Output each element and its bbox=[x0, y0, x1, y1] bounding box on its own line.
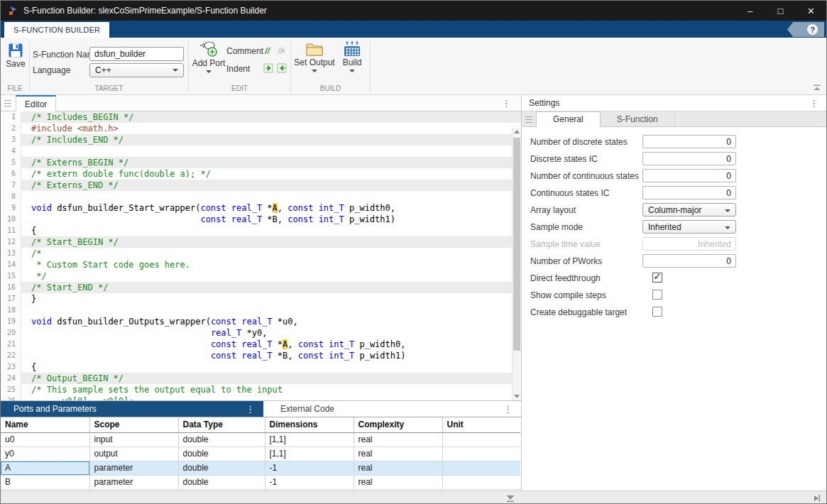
table-row[interactable]: u0inputdouble[1,1]real bbox=[1, 432, 520, 447]
table-cell[interactable]: A bbox=[1, 461, 89, 475]
code-line-text[interactable]: /* Externs_END */ bbox=[21, 180, 521, 191]
table-cell[interactable]: output bbox=[89, 447, 178, 461]
code-line-text[interactable]: void dsfun_builder_Start_wrapper(const r… bbox=[21, 202, 521, 214]
collapse-ribbon-icon[interactable] bbox=[813, 84, 821, 91]
sample-mode-select[interactable]: Inherited bbox=[642, 220, 736, 234]
close-button[interactable]: ✕ bbox=[796, 1, 826, 21]
table-row[interactable]: Aparameterdouble-1real bbox=[1, 461, 520, 475]
code-line-text[interactable]: /* Output_BEGIN */ bbox=[21, 373, 521, 384]
table-cell[interactable]: real bbox=[354, 461, 442, 475]
add-port-button[interactable]: Add Port bbox=[191, 40, 226, 73]
language-select[interactable]: C++ bbox=[89, 63, 184, 77]
code-line-text[interactable] bbox=[21, 191, 521, 202]
tab-editor[interactable]: Editor bbox=[16, 95, 56, 111]
tab-s-function-builder[interactable]: S-FUNCTION BUILDER bbox=[4, 22, 109, 38]
table-cell[interactable]: parameter bbox=[89, 461, 178, 475]
tab-ports-and-parameters[interactable]: Ports and Parameters ⋮ bbox=[1, 401, 263, 417]
comment-icon[interactable]: // bbox=[265, 45, 270, 56]
array-layout-select[interactable]: Column-major bbox=[642, 203, 736, 217]
code-line-text[interactable] bbox=[21, 146, 521, 157]
table-row[interactable]: y0outputdouble[1,1]real bbox=[1, 447, 520, 461]
editor-scrollbar[interactable] bbox=[512, 128, 521, 400]
code-line-text[interactable]: const real_T *A, const int_T p_width0, bbox=[21, 339, 521, 350]
table-cell[interactable]: parameter bbox=[89, 475, 178, 489]
table-cell[interactable]: u0 bbox=[1, 432, 89, 447]
table-cell[interactable] bbox=[442, 447, 520, 461]
table-cell[interactable]: double bbox=[178, 432, 265, 447]
table-cell[interactable]: -1 bbox=[265, 475, 354, 489]
code-line-text[interactable]: #include <math.h> bbox=[21, 123, 521, 134]
direct-feedthrough-checkbox[interactable]: ✓ bbox=[652, 273, 662, 283]
table-cell[interactable] bbox=[442, 432, 520, 447]
table-cell[interactable]: [1,1] bbox=[265, 447, 354, 461]
table-cell[interactable]: double bbox=[178, 447, 265, 461]
table-cell[interactable]: real bbox=[354, 432, 442, 447]
collapse-panel-icon[interactable] bbox=[505, 495, 515, 503]
code-line-text[interactable]: /* This sample sets the output equal to … bbox=[21, 384, 521, 395]
table-cell[interactable]: real bbox=[354, 447, 442, 461]
scroll-down-icon[interactable] bbox=[513, 395, 521, 398]
code-line-text[interactable]: } bbox=[21, 293, 521, 305]
column-header-data-type[interactable]: Data Type bbox=[178, 417, 265, 432]
code-line-text[interactable]: /* Includes_BEGIN */ bbox=[21, 111, 521, 123]
ports-menu-kebab-icon[interactable]: ⋮ bbox=[246, 405, 255, 414]
scrollbar-thumb[interactable] bbox=[513, 138, 520, 351]
continuous-states-ic-input[interactable]: 0 bbox=[642, 186, 736, 199]
column-header-unit[interactable]: Unit bbox=[442, 417, 520, 432]
number-of-continuous-states-input[interactable]: 0 bbox=[642, 169, 736, 182]
show-compile-steps-checkbox[interactable] bbox=[652, 290, 662, 300]
table-cell[interactable] bbox=[442, 461, 520, 475]
code-line-text[interactable]: { bbox=[21, 361, 521, 373]
code-line-text[interactable]: /* Start_BEGIN */ bbox=[21, 236, 521, 248]
tab-external-code[interactable]: External Code ⋮ bbox=[263, 401, 521, 417]
code-line-text[interactable]: /* extern double func(double a); */ bbox=[21, 168, 521, 180]
tab-s-function[interactable]: S-Function bbox=[601, 111, 675, 126]
code-editor[interactable]: 1/* Includes_BEGIN */2#include <math.h>3… bbox=[1, 111, 521, 400]
number-of-pworks-input[interactable]: 0 bbox=[642, 254, 736, 268]
table-cell[interactable]: -1 bbox=[265, 461, 354, 475]
code-line-text[interactable]: */ bbox=[21, 270, 521, 282]
column-header-dimensions[interactable]: Dimensions bbox=[265, 417, 354, 432]
code-line-text[interactable]: /* Externs_BEGIN */ bbox=[21, 157, 521, 168]
build-button[interactable]: Build bbox=[338, 40, 366, 72]
set-output-button[interactable]: Set Output bbox=[294, 40, 335, 72]
settings-menu-kebab-icon[interactable]: ⋮ bbox=[809, 99, 818, 108]
column-header-scope[interactable]: Scope bbox=[89, 417, 178, 432]
code-line-text[interactable]: * Custom Start code goes here. bbox=[21, 259, 521, 270]
sfunction-name-input[interactable]: dsfun_builder bbox=[89, 47, 184, 61]
minimize-button[interactable]: – bbox=[735, 1, 765, 21]
panel-grip[interactable] bbox=[4, 100, 11, 106]
table-cell[interactable]: B bbox=[1, 475, 89, 489]
code-line-text[interactable]: const real_T *B, const int_T p_width1) bbox=[21, 214, 521, 225]
table-cell[interactable]: double bbox=[178, 475, 265, 489]
discrete-states-ic-input[interactable]: 0 bbox=[642, 152, 736, 165]
code-line-text[interactable]: /* Start_END */ bbox=[21, 282, 521, 293]
maximize-button[interactable]: □ bbox=[765, 1, 796, 21]
table-cell[interactable]: real bbox=[354, 475, 442, 489]
create-debuggable-target-checkbox[interactable] bbox=[652, 307, 662, 317]
column-header-name[interactable]: Name bbox=[1, 417, 89, 432]
code-line-text[interactable]: y0[0] = u0[0]; bbox=[21, 395, 521, 400]
code-line-text[interactable]: /* bbox=[21, 248, 521, 259]
tab-general[interactable]: General bbox=[536, 111, 601, 127]
code-line-text[interactable]: const real_T *B, const int_T p_width1) bbox=[21, 350, 521, 361]
column-header-complexity[interactable]: Complexity bbox=[354, 417, 442, 432]
code-line-text[interactable]: void dsfun_builder_Outputs_wrapper(const… bbox=[21, 316, 521, 327]
number-of-discrete-states-input[interactable]: 0 bbox=[642, 135, 736, 148]
table-cell[interactable] bbox=[442, 475, 520, 489]
expand-panel-icon[interactable] bbox=[814, 494, 821, 503]
indent-right-icon[interactable] bbox=[263, 63, 274, 73]
code-line-text[interactable] bbox=[21, 305, 521, 316]
outdent-left-icon[interactable] bbox=[277, 63, 287, 73]
scroll-up-icon[interactable] bbox=[513, 130, 521, 133]
code-line-text[interactable]: { bbox=[21, 225, 521, 236]
save-button[interactable]: Save bbox=[4, 42, 28, 69]
editor-menu-kebab-icon[interactable]: ⋮ bbox=[502, 99, 511, 108]
external-code-menu-kebab-icon[interactable]: ⋮ bbox=[503, 405, 513, 414]
table-cell[interactable]: input bbox=[89, 432, 178, 447]
code-line-text[interactable]: real_T *y0, bbox=[21, 327, 521, 339]
table-row[interactable]: Bparameterdouble-1real bbox=[1, 475, 520, 489]
table-cell[interactable]: [1,1] bbox=[265, 432, 354, 447]
help-button[interactable]: ? bbox=[787, 22, 824, 37]
panel-grip[interactable] bbox=[525, 116, 532, 123]
